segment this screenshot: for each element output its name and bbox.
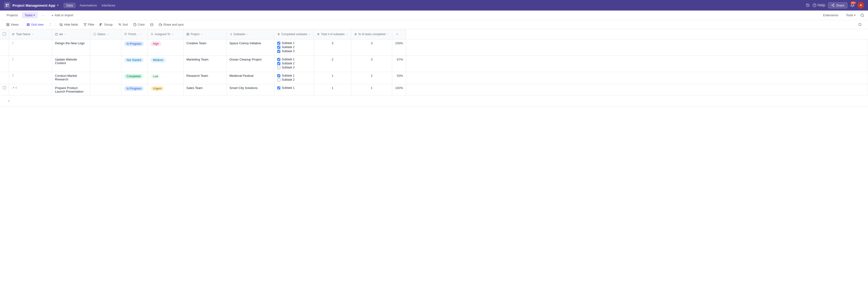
- nav-data-btn[interactable]: Data: [63, 3, 75, 8]
- extensions-btn[interactable]: Extensions: [820, 12, 841, 19]
- subtask-checkbox[interactable]: [277, 74, 280, 77]
- history-btn[interactable]: [806, 3, 810, 7]
- total-subtasks-cell: 2: [351, 72, 392, 84]
- tools-btn[interactable]: Tools ▾: [843, 12, 859, 19]
- svg-point-6: [833, 4, 834, 5]
- svg-line-70: [355, 33, 355, 35]
- subtask-label: Subtask 3: [282, 66, 294, 69]
- priority-cell[interactable]: Urgent: [148, 84, 184, 95]
- completed-subtasks-cell: 1: [314, 84, 351, 95]
- subtask-item: Subtask 2: [277, 78, 311, 81]
- grid-view-extra-btn[interactable]: [46, 22, 54, 27]
- priority-cell[interactable]: Medium: [148, 56, 184, 72]
- status-cell[interactable]: In Progress: [121, 84, 148, 95]
- subtask-item: Subtask 1: [277, 86, 311, 89]
- date-cell[interactable]: [90, 72, 121, 84]
- share-btn[interactable]: Share: [828, 2, 847, 8]
- assigned-to-cell[interactable]: Creative Team: [184, 39, 226, 56]
- hide-fields-btn[interactable]: Hide fields: [57, 22, 80, 28]
- assigned-to-cell[interactable]: Marketing Team: [184, 56, 226, 72]
- expand-row-btn[interactable]: ↗: [12, 86, 14, 89]
- subtask-checkbox[interactable]: [277, 62, 280, 65]
- subtask-item: Subtask 3: [277, 66, 311, 69]
- th-project[interactable]: Project: [184, 29, 226, 39]
- tasks-tab[interactable]: Tasks ▾: [22, 12, 38, 19]
- project-cell[interactable]: Space Colony Initiative: [226, 39, 274, 56]
- svg-line-66: [318, 33, 318, 35]
- project-cell[interactable]: Smart City Solutions: [226, 84, 274, 95]
- add-field-btn[interactable]: +: [395, 31, 399, 37]
- subtask-label: Subtask 2: [282, 46, 294, 49]
- th-assigned-to[interactable]: Assigned To: [148, 29, 184, 39]
- th-add-field[interactable]: +: [392, 29, 406, 39]
- th-task-name[interactable]: Task Name: [9, 29, 52, 39]
- priority-cell[interactable]: High: [148, 39, 184, 56]
- add-field-cell: [406, 39, 868, 56]
- project-cell[interactable]: Medieval Festival: [226, 72, 274, 84]
- subtask-checkbox[interactable]: [277, 66, 280, 69]
- svg-rect-52: [187, 34, 188, 35]
- avatar[interactable]: A: [858, 2, 864, 9]
- subtask-item: Subtask 1: [277, 58, 311, 61]
- th-status[interactable]: Status: [90, 29, 121, 39]
- svg-rect-15: [8, 25, 9, 26]
- notification-btn[interactable]: 99+: [850, 3, 855, 8]
- task-name-cell[interactable]: Design the New Logo: [52, 39, 90, 56]
- filter-btn[interactable]: Filter: [81, 22, 97, 28]
- subtask-checkbox[interactable]: [277, 86, 280, 89]
- row-checkbox-cell: [0, 56, 9, 72]
- views-btn[interactable]: Views: [4, 22, 21, 28]
- group-btn[interactable]: Group: [97, 22, 115, 28]
- date-cell[interactable]: [90, 39, 121, 56]
- assigned-to-cell[interactable]: Research Team: [184, 72, 226, 84]
- task-name-cell[interactable]: Prepare Product Launch Presentation: [52, 84, 90, 95]
- assigned-to-cell[interactable]: Sales Team: [184, 84, 226, 95]
- status-cell[interactable]: In Progress: [121, 39, 148, 56]
- more-tabs-btn[interactable]: ···: [39, 12, 48, 19]
- svg-point-37: [859, 23, 861, 26]
- tasks-tab-chevron[interactable]: ▾: [33, 13, 35, 17]
- subtask-checkbox[interactable]: [277, 58, 280, 61]
- date-cell[interactable]: [90, 56, 121, 72]
- th-date[interactable]: ate: [52, 29, 90, 39]
- subtasks-cell: Subtask 1Subtask 2Subtask 3: [274, 39, 314, 56]
- th-completed-subtasks[interactable]: Completed subtasks: [274, 29, 314, 39]
- row-checkbox[interactable]: [3, 86, 6, 89]
- add-or-import-btn[interactable]: + Add or import: [49, 12, 76, 19]
- nav-interfaces-btn[interactable]: Interfaces: [99, 3, 118, 8]
- priority-cell[interactable]: Low: [148, 72, 184, 84]
- toolbar: Views Grid view Hide fields Filter Group: [0, 20, 868, 29]
- subtask-checkbox[interactable]: [277, 78, 280, 81]
- date-cell[interactable]: [90, 84, 121, 95]
- nav-automations-btn[interactable]: Automations: [77, 3, 99, 8]
- projects-tab[interactable]: Projects: [4, 12, 21, 19]
- status-badge: In Progress: [124, 86, 144, 91]
- select-all-checkbox[interactable]: [3, 32, 6, 35]
- task-name-cell[interactable]: Conduct Market Research: [52, 72, 90, 84]
- task-name-cell[interactable]: Update Website Content: [52, 56, 90, 72]
- share-sync-btn[interactable]: Share and sync: [156, 22, 186, 28]
- priority-badge: Low: [151, 74, 161, 79]
- th-total-subtasks[interactable]: Total # of subtasks: [314, 29, 351, 39]
- status-cell[interactable]: Completed: [121, 72, 148, 84]
- sort-btn[interactable]: Sort: [116, 22, 130, 28]
- grid-view-btn[interactable]: Grid view: [24, 22, 46, 28]
- completed-subtasks-cell: 2: [314, 56, 351, 72]
- svg-line-71: [356, 33, 356, 35]
- th-subtasks[interactable]: Subtasks: [226, 29, 274, 39]
- th-pct-completed[interactable]: % of tasks completed: [351, 29, 392, 39]
- svg-point-47: [93, 33, 96, 35]
- app-title-chevron[interactable]: ▾: [57, 4, 59, 7]
- help-btn[interactable]: Help: [812, 3, 825, 7]
- search-btn[interactable]: [860, 13, 864, 17]
- status-cell[interactable]: Not Started: [121, 56, 148, 72]
- project-cell[interactable]: Ocean Cleanup Project: [226, 56, 274, 72]
- layout-btn[interactable]: [148, 22, 156, 28]
- th-priority[interactable]: Priorit...: [121, 29, 148, 39]
- subtask-checkbox[interactable]: [277, 41, 280, 45]
- subtask-checkbox[interactable]: [277, 46, 280, 49]
- subtask-checkbox[interactable]: [277, 50, 280, 53]
- search-toolbar-btn[interactable]: [856, 22, 864, 28]
- color-btn[interactable]: Color: [131, 22, 147, 28]
- add-row-btn[interactable]: +: [4, 97, 13, 105]
